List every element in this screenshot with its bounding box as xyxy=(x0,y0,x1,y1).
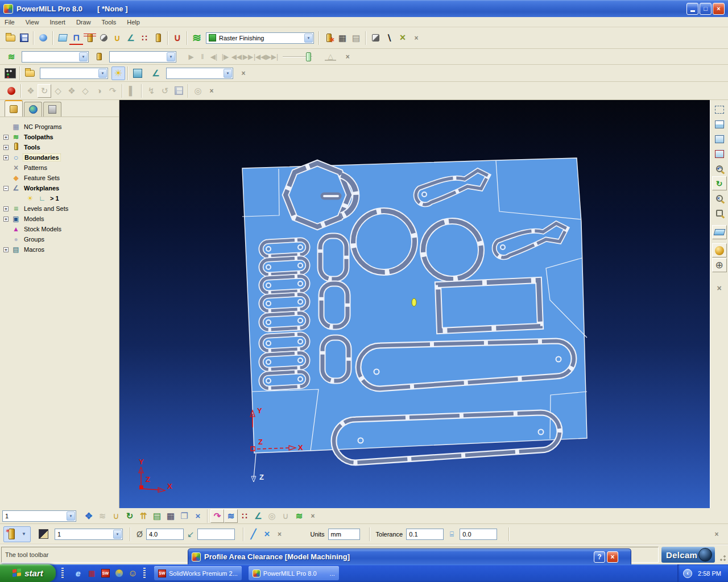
leads-links-button[interactable]: ∪ xyxy=(110,31,124,45)
boundary-shallow-button[interactable]: ❖ xyxy=(65,84,78,98)
messenger-smiley-icon[interactable]: ☺ xyxy=(128,568,138,578)
tool-toolbar-close-button[interactable]: × xyxy=(274,529,285,540)
start-button[interactable]: start xyxy=(0,564,56,582)
view-wireframe-button[interactable] xyxy=(712,102,727,117)
boundary-rest-button[interactable]: ↻ xyxy=(38,84,51,98)
zoom-box-button[interactable] xyxy=(712,206,727,220)
view-toolbar-close-button[interactable]: × xyxy=(712,281,727,295)
leads-gray-button[interactable]: ∪ xyxy=(279,509,292,523)
active-tool-dropdown-button[interactable]: ▼ xyxy=(113,530,122,539)
wizard-button[interactable]: ∖ xyxy=(382,31,396,45)
expander[interactable]: + xyxy=(3,206,9,211)
start-end-point-button[interactable]: ∷ xyxy=(138,31,151,45)
print-button[interactable] xyxy=(36,31,50,45)
tab-recycle-bin[interactable] xyxy=(43,102,61,117)
tray-chevron-button[interactable]: ‹ xyxy=(683,569,692,578)
boundary-toolbar-close-button[interactable]: × xyxy=(205,84,218,98)
solidworks-quicklaunch-icon[interactable]: SW xyxy=(101,568,110,578)
slider-thumb[interactable] xyxy=(306,52,311,61)
offset-model-button[interactable]: ∪ xyxy=(109,509,123,523)
expander[interactable]: − xyxy=(3,186,9,191)
highlight-pen-button[interactable]: ╱ xyxy=(246,527,260,541)
close-button[interactable]: × xyxy=(713,3,725,15)
menu-file[interactable]: File xyxy=(5,19,15,26)
expander[interactable]: + xyxy=(3,247,9,252)
tab-web[interactable] xyxy=(24,102,42,117)
tree-item-models[interactable]: + ▣ Models xyxy=(0,214,119,224)
simulate-tool-button[interactable] xyxy=(369,31,382,45)
minimize-button[interactable] xyxy=(686,3,698,15)
transform-model-button[interactable]: ✥ xyxy=(82,509,96,523)
nc-workplane-select[interactable]: ▼ xyxy=(166,68,233,79)
browser-round-icon[interactable] xyxy=(114,568,124,578)
copy-button[interactable]: ❐ xyxy=(177,509,191,523)
search-forward-button[interactable]: ▶▶ xyxy=(242,51,254,63)
nc-program-select[interactable]: ▼ xyxy=(40,68,108,79)
tree-item-workplane-1[interactable]: ☀ ∟ > 1 xyxy=(0,193,119,203)
tree-item-toolpaths[interactable]: + ≋ Toolpaths xyxy=(0,132,119,142)
internet-explorer-icon[interactable]: e xyxy=(73,568,83,578)
boundary-snapshot-button[interactable]: ◎ xyxy=(191,84,205,98)
task-button-powermill[interactable]: PowerMILL Pro 8.0 ... xyxy=(249,566,339,580)
tree-item-groups[interactable]: ● Groups xyxy=(0,234,119,244)
expander[interactable]: + xyxy=(3,155,9,160)
graphics-viewport[interactable]: Y Z X Z Y X Z xyxy=(119,100,710,508)
level-toolbar-close-button[interactable]: × xyxy=(306,509,320,523)
tree-item-feature-sets[interactable]: ◆ Feature Sets xyxy=(0,173,119,183)
tree-item-workplanes[interactable]: − ∠ Workplanes xyxy=(0,183,119,193)
tree-item-patterns[interactable]: × Patterns xyxy=(0,163,119,173)
view-shaded-button[interactable] xyxy=(712,132,727,146)
menu-draw[interactable]: Draw xyxy=(76,19,91,26)
menu-help[interactable]: Help xyxy=(127,19,140,26)
tool-length-field[interactable] xyxy=(197,529,235,540)
toolpath-strategies-button[interactable]: ≋ xyxy=(190,31,204,45)
nc-workplane-dropdown-button[interactable]: ▼ xyxy=(224,69,232,78)
workplane-axis-button[interactable]: ∠ xyxy=(149,66,163,80)
nc-toolbar-close-button[interactable]: × xyxy=(237,66,250,80)
boundary-fit-arcs-button[interactable]: ↯ xyxy=(144,84,158,98)
resize-grip[interactable] xyxy=(718,555,726,563)
wireframe-globe-button[interactable]: ⊕ xyxy=(712,258,727,272)
boundary-status-button[interactable] xyxy=(5,84,18,98)
export-model-button[interactable]: ▤ xyxy=(150,509,164,523)
refresh-button[interactable]: ↻ xyxy=(712,176,727,190)
eject-button[interactable]: △ xyxy=(325,53,336,61)
simulation-tool-dropdown-button[interactable]: ▼ xyxy=(167,52,175,61)
model-canvas[interactable]: Y Z X Z Y X Z xyxy=(119,100,710,508)
open-project-button[interactable] xyxy=(3,31,17,45)
zoom-fit-button[interactable]: × xyxy=(712,191,727,205)
nc-open-button[interactable] xyxy=(23,66,36,80)
nc-program-dropdown-button[interactable]: ▼ xyxy=(98,69,107,78)
arc-fit-button[interactable]: ∪ xyxy=(171,31,184,45)
thickness-field[interactable]: 0.0 xyxy=(460,529,497,540)
edit-tool-button[interactable] xyxy=(36,527,50,541)
nc-status-button[interactable] xyxy=(3,66,17,80)
pattern-points-button[interactable]: ∷ xyxy=(238,509,251,523)
dialog-help-button[interactable]: ? xyxy=(594,551,605,563)
workplane-edit-button[interactable]: ∠ xyxy=(251,509,265,523)
simulation-tool-select[interactable]: ▼ xyxy=(109,51,176,63)
tree-item-macros[interactable]: + ▤ Macros xyxy=(0,244,119,255)
app-grid-icon[interactable]: ▦ xyxy=(87,568,97,578)
tree-item-nc-programs[interactable]: ▦ NC Programs xyxy=(0,122,119,132)
nc-light-button[interactable]: ☀ xyxy=(111,66,125,80)
mirror-model-button[interactable]: ≋ xyxy=(96,509,109,523)
play-button[interactable]: ▶ xyxy=(185,51,197,63)
active-tool-select[interactable]: 1 ▼ xyxy=(55,529,123,540)
expander[interactable]: + xyxy=(3,217,9,222)
boundary-contact-button[interactable]: ↷ xyxy=(106,84,119,98)
delete-toolpath-button[interactable]: ∗ xyxy=(322,31,336,45)
go-to-end-button[interactable]: ▶▶| xyxy=(266,51,279,63)
surface-button[interactable]: ◎ xyxy=(265,509,279,523)
view-hidden-line-button[interactable] xyxy=(712,117,727,131)
boundary-silhouette-button[interactable]: ◇ xyxy=(78,84,92,98)
feed-rates-button[interactable]: ⊓ xyxy=(69,31,83,45)
create-tool-dropdown-button[interactable]: ▼ xyxy=(18,529,30,540)
quick-launch-grip[interactable] xyxy=(61,568,64,579)
simulation-toolbar-close-button[interactable]: × xyxy=(341,50,354,64)
taskband-grip[interactable] xyxy=(143,568,146,579)
pause-button[interactable]: ‖ xyxy=(197,51,208,63)
block-button[interactable] xyxy=(56,31,69,45)
boundary-selected-button[interactable]: ◇ xyxy=(51,84,65,98)
tool-axis-button[interactable]: ∠ xyxy=(124,31,138,45)
